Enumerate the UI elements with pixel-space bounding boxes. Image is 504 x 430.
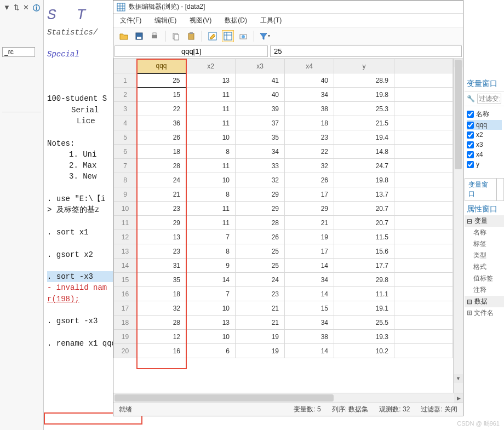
- cell[interactable]: 19.4: [334, 130, 394, 145]
- cell[interactable]: 14: [285, 259, 334, 273]
- table-row[interactable]: 13238251715.6: [114, 244, 453, 259]
- cell[interactable]: 39: [236, 102, 285, 116]
- cell[interactable]: 24: [137, 173, 186, 187]
- cell[interactable]: 12: [137, 330, 186, 344]
- cell[interactable]: 40: [285, 73, 334, 88]
- cell[interactable]: 13: [186, 73, 236, 88]
- row-number[interactable]: 9: [114, 187, 137, 202]
- cell[interactable]: 8: [186, 145, 236, 159]
- cell[interactable]: 35: [236, 130, 285, 145]
- filter-vars-input[interactable]: [477, 94, 501, 104]
- cell[interactable]: 13: [186, 316, 236, 330]
- scroll-down-arrow[interactable]: ▼: [454, 374, 463, 383]
- cell[interactable]: 24: [236, 273, 285, 287]
- table-row[interactable]: 21511403419.8: [114, 88, 453, 102]
- info-icon[interactable]: ⓘ: [33, 3, 40, 13]
- cell[interactable]: 19.1: [334, 301, 394, 316]
- data-grid[interactable]: qqqx2x3x4y 12513414028.921511403419.8322…: [113, 59, 453, 393]
- row-number[interactable]: 2: [114, 88, 137, 102]
- save-icon[interactable]: [133, 30, 145, 42]
- cell[interactable]: 14: [285, 287, 334, 301]
- table-row[interactable]: 20166191410.2: [114, 344, 453, 358]
- cell[interactable]: 34: [285, 273, 334, 287]
- wrench-icon[interactable]: 🔧: [467, 95, 475, 102]
- cell[interactable]: 25.3: [334, 102, 394, 116]
- cell[interactable]: 26: [137, 130, 186, 145]
- pin-icon[interactable]: ⇅: [14, 3, 20, 13]
- table-row[interactable]: 52610352319.4: [114, 130, 453, 145]
- row-number[interactable]: 16: [114, 287, 137, 301]
- cell[interactable]: 23: [137, 244, 186, 259]
- cell[interactable]: 34: [285, 88, 334, 102]
- cell[interactable]: 10.2: [334, 344, 394, 358]
- cell[interactable]: 21: [137, 187, 186, 202]
- print-icon[interactable]: [148, 30, 161, 42]
- cell[interactable]: 14: [285, 344, 334, 358]
- row-number[interactable]: 1: [114, 73, 137, 88]
- menu-file[interactable]: 文件(F): [120, 16, 141, 25]
- menu-data[interactable]: 数据(D): [225, 16, 247, 25]
- cell[interactable]: 17.7: [334, 259, 394, 273]
- tab-other[interactable]: [496, 178, 504, 200]
- scroll-thumb[interactable]: [455, 60, 462, 169]
- var-item-x2[interactable]: x2: [467, 130, 502, 140]
- cell[interactable]: 23: [137, 202, 186, 216]
- cell[interactable]: 32: [236, 173, 285, 187]
- cell[interactable]: 20.7: [334, 202, 394, 216]
- cell[interactable]: 28: [236, 216, 285, 230]
- cell[interactable]: 29: [236, 187, 285, 202]
- cell[interactable]: 28.9: [334, 73, 394, 88]
- cell[interactable]: 14: [186, 273, 236, 287]
- cell[interactable]: 19.3: [334, 330, 394, 344]
- var-item-y[interactable]: y: [467, 159, 502, 169]
- cell[interactable]: 29.8: [334, 273, 394, 287]
- cell[interactable]: 36: [137, 116, 186, 130]
- cell[interactable]: 11.5: [334, 230, 394, 244]
- cell[interactable]: 15: [285, 301, 334, 316]
- cell[interactable]: 34: [285, 316, 334, 330]
- table-row[interactable]: 102311292920.7: [114, 202, 453, 216]
- menu-edit[interactable]: 编辑(E): [154, 16, 176, 25]
- cell[interactable]: 11: [186, 116, 236, 130]
- attr-item[interactable]: 注释: [465, 284, 504, 296]
- copy-icon[interactable]: [170, 30, 182, 42]
- table-row[interactable]: 16187231411.1: [114, 287, 453, 301]
- cell[interactable]: 19: [236, 330, 285, 344]
- var-item-qqq[interactable]: qqq: [467, 120, 502, 130]
- cell[interactable]: 34: [236, 145, 285, 159]
- cell[interactable]: 41: [236, 73, 285, 88]
- column-header-x4[interactable]: x4: [285, 59, 334, 73]
- row-number[interactable]: 11: [114, 216, 137, 230]
- edit-mode-icon[interactable]: [207, 30, 219, 42]
- cell[interactable]: 32: [137, 301, 186, 316]
- var-item-x3[interactable]: x3: [467, 140, 502, 150]
- error-link[interactable]: r(198);: [47, 294, 121, 305]
- row-number[interactable]: 15: [114, 273, 137, 287]
- group-data[interactable]: ⊟数据: [465, 296, 504, 307]
- cell[interactable]: 22: [285, 145, 334, 159]
- cell[interactable]: 13: [137, 230, 186, 244]
- row-number[interactable]: 12: [114, 230, 137, 244]
- cell[interactable]: 11: [186, 159, 236, 173]
- menu-tools[interactable]: 工具(T): [260, 16, 282, 25]
- cell[interactable]: 11: [186, 88, 236, 102]
- table-row[interactable]: 9218291713.7: [114, 187, 453, 202]
- table-row[interactable]: 112911282120.7: [114, 216, 453, 230]
- attr-filename[interactable]: ⊞ 文件名: [465, 307, 504, 319]
- attr-item[interactable]: 格式: [465, 261, 504, 273]
- cell[interactable]: 8: [186, 187, 236, 202]
- attr-item[interactable]: 标签: [465, 238, 504, 250]
- cell-value-input[interactable]: [270, 45, 462, 57]
- cell[interactable]: 26: [285, 173, 334, 187]
- cell[interactable]: 15: [137, 88, 186, 102]
- var-checkbox[interactable]: [467, 122, 474, 129]
- table-row[interactable]: 12513414028.9: [114, 73, 453, 88]
- cell[interactable]: 10: [186, 330, 236, 344]
- cell[interactable]: 15.6: [334, 244, 394, 259]
- cell[interactable]: 11: [186, 216, 236, 230]
- horizontal-scrollbar[interactable]: ▶: [113, 393, 463, 403]
- row-number[interactable]: 17: [114, 301, 137, 316]
- collapse-icon[interactable]: ⊟: [467, 217, 472, 225]
- cell[interactable]: 25: [137, 73, 186, 88]
- cell[interactable]: 32: [285, 159, 334, 173]
